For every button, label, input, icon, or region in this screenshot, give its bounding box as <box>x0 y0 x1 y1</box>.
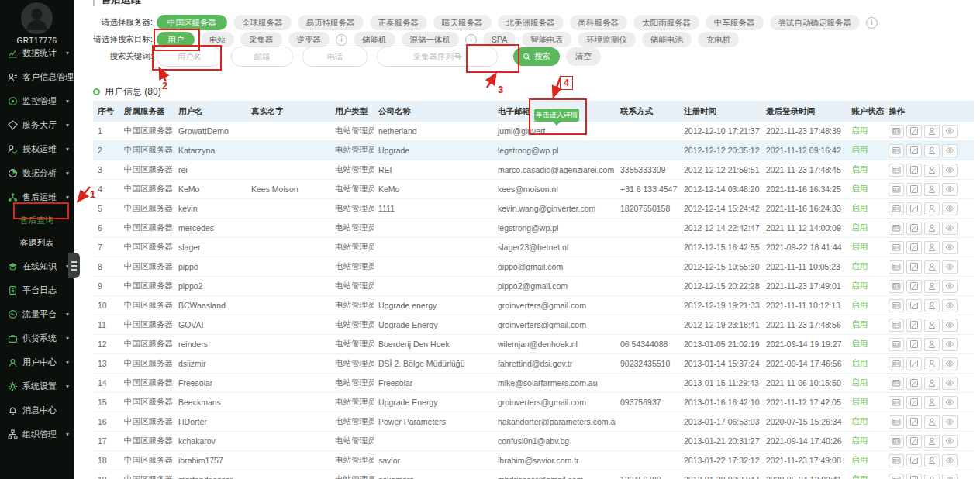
user-action-button[interactable] <box>924 357 940 370</box>
eye-action-button[interactable] <box>942 144 958 157</box>
user-action-button[interactable] <box>924 377 940 390</box>
user-action-button[interactable] <box>924 241 940 254</box>
card-action-button[interactable] <box>889 202 904 215</box>
target-chip-2[interactable]: 采集器 <box>240 32 282 47</box>
user-action-button[interactable] <box>924 299 940 312</box>
user-action-button[interactable] <box>924 454 940 467</box>
target-chip-10[interactable]: 充电桩 <box>698 32 740 47</box>
card-action-button[interactable] <box>889 144 904 157</box>
user-action-button[interactable] <box>924 222 940 235</box>
target-chip-9[interactable]: 储能电池 <box>642 32 692 47</box>
user-action-button[interactable] <box>924 435 940 448</box>
eye-action-button[interactable] <box>942 338 958 351</box>
card-action-button[interactable] <box>889 454 904 467</box>
table-row[interactable]: 7中国区服务器slager电站管理员slager23@hetnet.nl2012… <box>93 238 974 257</box>
user-action-button[interactable] <box>924 280 940 293</box>
table-row[interactable]: 6中国区服务器mercedes电站管理员legstrong@wp.pl2012-… <box>93 219 974 238</box>
eye-action-button[interactable] <box>942 474 958 479</box>
table-row[interactable]: 14中国区服务器Freesolar电站管理员Freesolarmike@sola… <box>93 374 974 393</box>
edit-action-button[interactable] <box>906 435 922 448</box>
search-button[interactable]: 搜索 <box>513 47 560 66</box>
sidebar-item-9[interactable]: 流量平台▾ <box>0 302 74 326</box>
sidebar-item-0[interactable]: 数据统计▾ <box>0 41 74 65</box>
edit-action-button[interactable] <box>906 164 922 177</box>
sidebar-subitem[interactable]: 售后查询 <box>0 209 74 232</box>
keyword-input-2[interactable] <box>302 47 368 67</box>
user-action-button[interactable] <box>924 319 940 332</box>
card-action-button[interactable] <box>889 280 904 293</box>
eye-action-button[interactable] <box>942 319 958 332</box>
edit-action-button[interactable] <box>906 415 922 429</box>
eye-action-button[interactable] <box>942 396 958 409</box>
card-action-button[interactable] <box>889 164 904 177</box>
edit-action-button[interactable] <box>906 260 922 274</box>
card-action-button[interactable] <box>889 435 904 448</box>
sidebar-item-6[interactable]: 售后运维▾ <box>0 185 74 209</box>
eye-action-button[interactable] <box>942 299 958 312</box>
edit-action-button[interactable] <box>906 396 922 409</box>
card-action-button[interactable] <box>889 183 904 196</box>
user-action-button[interactable] <box>924 202 940 215</box>
eye-action-button[interactable] <box>942 125 958 138</box>
server-chip-4[interactable]: 晴天服务器 <box>433 15 492 30</box>
card-action-button[interactable] <box>889 260 904 274</box>
keyword-input-0[interactable] <box>157 47 222 67</box>
table-row[interactable]: 17中国区服务器kchakarov电站管理员confusi0n1@abv.bg2… <box>93 432 974 451</box>
card-action-button[interactable] <box>889 474 904 479</box>
edit-action-button[interactable] <box>906 241 922 254</box>
table-row[interactable]: 9中国区服务器pippo2电站管理员pippo2@gmail.com2012-1… <box>93 277 974 296</box>
sidebar-item-4[interactable]: 授权运维▾ <box>0 137 74 161</box>
table-row[interactable]: 13中国区服务器dsiizmir电站管理员DSİ 2. Bölge Müdürl… <box>93 354 974 374</box>
target-chip-6[interactable]: SPA <box>483 32 516 47</box>
sidebar-item-2[interactable]: 监控管理▾ <box>0 89 74 113</box>
target-chip-8[interactable]: 环境监测仪 <box>578 32 636 47</box>
table-row[interactable]: 8中国区服务器pippo电站管理员pippo@gmail.com2012-12-… <box>93 257 974 277</box>
sidebar-item-12[interactable]: 系统设置▾ <box>0 374 74 398</box>
card-action-button[interactable] <box>889 357 904 370</box>
card-action-button[interactable] <box>889 377 904 390</box>
clear-button[interactable]: 清空 <box>566 47 601 66</box>
edit-action-button[interactable] <box>906 377 922 390</box>
edit-action-button[interactable] <box>906 454 922 467</box>
table-row[interactable]: 3中国区服务器rei电站管理员REImarco.casadio@agenziar… <box>93 160 974 180</box>
edit-action-button[interactable] <box>906 299 922 312</box>
edit-action-button[interactable] <box>906 183 922 196</box>
user-action-button[interactable] <box>924 338 940 351</box>
card-action-button[interactable] <box>889 125 904 138</box>
eye-action-button[interactable] <box>942 222 958 235</box>
target-chip-5[interactable]: 混储一体机 <box>402 32 460 47</box>
edit-action-button[interactable] <box>906 222 922 235</box>
user-action-button[interactable] <box>924 183 940 196</box>
server-chip-8[interactable]: 中车服务器 <box>706 15 764 30</box>
target-chip-4[interactable]: 储能机 <box>354 32 395 47</box>
sidebar-item-13[interactable]: 消息中心 <box>0 398 74 422</box>
keyword-input-3[interactable] <box>377 47 498 67</box>
eye-action-button[interactable] <box>942 202 958 215</box>
edit-action-button[interactable] <box>906 357 922 370</box>
sidebar-collapse-handle[interactable] <box>68 253 80 278</box>
target-chip-7[interactable]: 智能电表 <box>522 32 571 47</box>
table-row[interactable]: 18中国区服务器ibrahim1757电站管理员savioribrahim@sa… <box>93 451 974 470</box>
edit-action-button[interactable] <box>906 144 922 157</box>
eye-action-button[interactable] <box>942 415 958 429</box>
eye-action-button[interactable] <box>942 280 958 293</box>
edit-action-button[interactable] <box>906 338 922 351</box>
keyword-input-1[interactable] <box>231 47 293 67</box>
edit-action-button[interactable] <box>906 319 922 332</box>
card-action-button[interactable] <box>889 299 904 312</box>
card-action-button[interactable] <box>889 396 904 409</box>
edit-action-button[interactable] <box>906 474 922 479</box>
user-action-button[interactable] <box>924 164 940 177</box>
server-chip-2[interactable]: 易迈特服务器 <box>298 15 364 30</box>
table-row[interactable]: 5中国区服务器kevin电站管理员1111kevin.wang@ginverte… <box>93 199 974 219</box>
sidebar-item-3[interactable]: 服务大厅▾ <box>0 113 74 137</box>
sidebar-item-8[interactable]: 平台日志 <box>0 278 74 302</box>
user-action-button[interactable] <box>924 415 940 429</box>
sidebar-item-10[interactable]: 供货系统▾ <box>0 326 74 350</box>
user-action-button[interactable] <box>924 125 940 138</box>
server-chip-6[interactable]: 尚科服务器 <box>570 15 628 30</box>
user-action-button[interactable] <box>924 396 940 409</box>
target-chip-3[interactable]: 逆变器 <box>288 32 330 47</box>
sidebar-item-7[interactable]: 在线知识▾ <box>0 254 74 278</box>
user-action-button[interactable] <box>924 260 940 274</box>
